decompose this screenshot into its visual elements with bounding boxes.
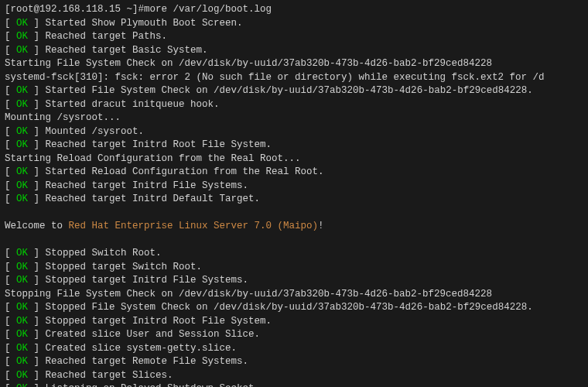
boot-msg: Starting Reload Configuration from the R… <box>5 153 301 164</box>
boot-line: [ OK ] Started Reload Configuration from… <box>5 166 583 180</box>
bracket-close: ] <box>28 31 46 42</box>
os-name: Red Hat Enterprise Linux Server 7.0 (Mai… <box>69 221 319 231</box>
boot-msg: Started Reload Configuration from the Re… <box>46 166 324 177</box>
bracket-open: [ <box>5 85 16 96</box>
ok-status: OK <box>16 383 28 387</box>
boot-msg: Reached target Slices. <box>46 370 173 381</box>
boot-line-noindent: Starting Reload Configuration from the R… <box>5 152 583 166</box>
bracket-open: [ <box>5 356 16 367</box>
ok-status: OK <box>16 316 28 327</box>
boot-msg: Reached target Initrd Root File System. <box>46 139 272 150</box>
bracket-open: [ <box>5 370 16 381</box>
boot-line: [ OK ] Stopped File System Check on /dev… <box>5 301 583 315</box>
boot-msg: Started File System Check on /dev/disk/b… <box>46 85 533 96</box>
boot-msg: Mounted /sysroot. <box>46 126 145 137</box>
bracket-close: ] <box>28 316 46 327</box>
boot-line: [ OK ] Stopped target Initrd Root File S… <box>5 315 583 329</box>
bracket-open: [ <box>5 194 16 204</box>
ok-status: OK <box>16 85 28 96</box>
bracket-open: [ <box>5 316 16 327</box>
boot-line: [ OK ] Reached target Slices. <box>5 369 583 383</box>
boot-msg: Started Show Plymouth Boot Screen. <box>46 18 243 29</box>
bracket-open: [ <box>5 18 16 29</box>
boot-line: [ OK ] Stopped Switch Root. <box>5 247 583 261</box>
boot-msg: Starting File System Check on /dev/disk/… <box>5 58 492 69</box>
boot-msg: Mounting /sysroot... <box>5 112 121 123</box>
bracket-close: ] <box>28 99 46 110</box>
ok-status: OK <box>16 343 28 354</box>
bracket-open: [ <box>5 383 16 387</box>
bracket-open: [ <box>5 139 16 150</box>
boot-line: [ OK ] Reached target Basic System. <box>5 44 583 58</box>
bracket-open: [ <box>5 343 16 354</box>
boot-msg: Stopped target Initrd File Systems. <box>46 275 249 286</box>
boot-msg: Stopped target Initrd Root File System. <box>46 316 272 327</box>
ok-status: OK <box>16 45 28 56</box>
boot-msg: Started dracut initqueue hook. <box>46 99 220 110</box>
boot-line: [ OK ] Started Show Plymouth Boot Screen… <box>5 17 583 31</box>
bracket-close: ] <box>28 302 46 313</box>
ok-status: OK <box>16 139 28 150</box>
ok-status: OK <box>16 302 28 313</box>
bracket-close: ] <box>28 85 46 96</box>
boot-msg: Reached target Initrd Default Target. <box>46 194 261 204</box>
ok-status: OK <box>16 180 28 191</box>
boot-line: [ OK ] Stopped target Initrd File System… <box>5 274 583 288</box>
boot-line-noindent: Stopping File System Check on /dev/disk/… <box>5 288 583 302</box>
boot-line: [ OK ] Reached target Remote File System… <box>5 355 583 369</box>
bracket-close: ] <box>28 370 46 381</box>
bracket-close: ] <box>28 194 46 204</box>
boot-msg: Stopped target Switch Root. <box>46 262 203 272</box>
bracket-open: [ <box>5 126 16 137</box>
bracket-open: [ <box>5 329 16 340</box>
boot-line-error: systemd-fsck[310]: fsck: error 2 (No suc… <box>5 71 583 85</box>
bracket-close: ] <box>28 126 46 137</box>
ok-status: OK <box>16 194 28 204</box>
bracket-close: ] <box>28 45 46 56</box>
ok-status: OK <box>16 99 28 110</box>
boot-line: [ OK ] Reached target Initrd Default Tar… <box>5 193 583 207</box>
bracket-close: ] <box>28 383 46 387</box>
boot-msg: systemd-fsck[310]: fsck: error 2 (No suc… <box>5 72 545 83</box>
boot-line: [ OK ] Created slice system-getty.slice. <box>5 342 583 356</box>
ok-status: OK <box>16 370 28 381</box>
boot-msg: Created slice system-getty.slice. <box>46 343 238 354</box>
ok-status: OK <box>16 248 28 259</box>
welcome-pre: Welcome to <box>5 221 69 231</box>
boot-msg: Reached target Remote File Systems. <box>46 356 249 367</box>
ok-status: OK <box>16 18 28 29</box>
bracket-close: ] <box>28 329 46 340</box>
boot-line: [ OK ] Stopped target Switch Root. <box>5 261 583 275</box>
welcome-post: ! <box>318 221 324 231</box>
boot-msg: Listening on Delayed Shutdown Socket. <box>46 383 261 387</box>
bracket-open: [ <box>5 275 16 286</box>
bracket-close: ] <box>28 356 46 367</box>
shell-prompt: [root@192.168.118.15 ~]#more /var/log/bo… <box>5 3 583 17</box>
bracket-open: [ <box>5 180 16 191</box>
bracket-close: ] <box>28 275 46 286</box>
boot-line: [ OK ] Started File System Check on /dev… <box>5 84 583 98</box>
boot-line: [ OK ] Reached target Initrd Root File S… <box>5 139 583 152</box>
boot-msg: Reached target Initrd File Systems. <box>46 180 249 191</box>
bracket-open: [ <box>5 262 16 272</box>
ok-status: OK <box>16 329 28 340</box>
boot-line: [ OK ] Reached target Initrd File System… <box>5 180 583 194</box>
bracket-open: [ <box>5 45 16 56</box>
boot-line: [ OK ] Started dracut initqueue hook. <box>5 98 583 112</box>
ok-status: OK <box>16 31 28 42</box>
bracket-close: ] <box>28 180 46 191</box>
bracket-open: [ <box>5 99 16 110</box>
bracket-open: [ <box>5 302 16 313</box>
bracket-close: ] <box>28 248 46 259</box>
boot-msg: Stopped File System Check on /dev/disk/b… <box>46 302 533 313</box>
ok-status: OK <box>16 262 28 272</box>
bracket-close: ] <box>28 166 46 177</box>
boot-msg: Stopping File System Check on /dev/disk/… <box>5 289 492 300</box>
bracket-close: ] <box>28 139 46 150</box>
boot-line: [ OK ] Reached target Paths. <box>5 30 583 44</box>
boot-msg: Reached target Basic System. <box>46 45 208 56</box>
bracket-open: [ <box>5 166 16 177</box>
bracket-close: ] <box>28 343 46 354</box>
bracket-close: ] <box>28 18 46 29</box>
boot-line-noindent: Mounting /sysroot... <box>5 111 583 125</box>
